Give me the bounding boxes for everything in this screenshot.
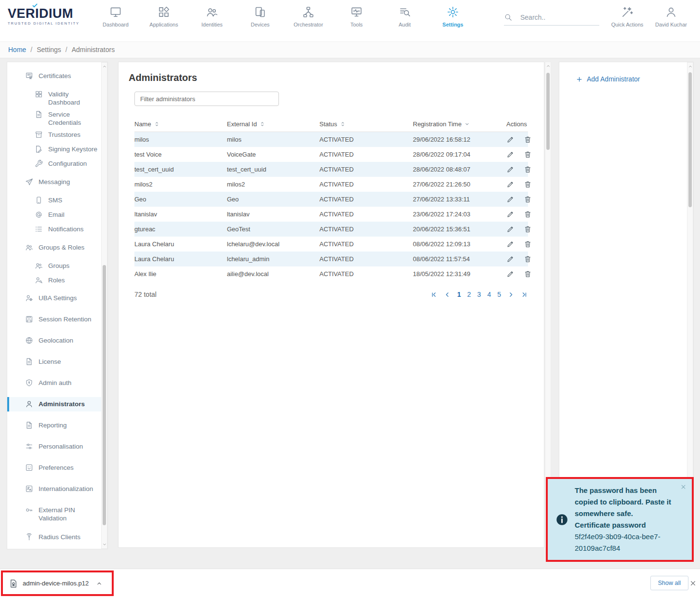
scroll-down-icon[interactable] xyxy=(102,542,107,547)
sidebar-item-reporting[interactable]: Reporting xyxy=(7,418,107,433)
column-header-actions[interactable]: Actions xyxy=(506,120,528,128)
page-1[interactable]: 1 xyxy=(457,291,461,298)
close-icon[interactable] xyxy=(689,580,697,587)
close-icon[interactable] xyxy=(680,484,687,490)
edit-icon[interactable] xyxy=(506,165,515,173)
nav-tools[interactable]: Tools xyxy=(332,6,381,27)
sidebar-item-admin-auth[interactable]: Admin auth xyxy=(7,376,107,390)
page-3[interactable]: 3 xyxy=(477,291,481,298)
nav-settings[interactable]: Settings xyxy=(429,6,477,27)
sidebar-item-external-pin-validation[interactable]: External PIN Validation xyxy=(7,503,107,523)
download-filename: admin-device-milos.p12 xyxy=(23,580,89,587)
sidebar-item-roles[interactable]: Roles xyxy=(7,273,107,288)
delete-icon[interactable] xyxy=(524,195,532,203)
column-header-name[interactable]: Name xyxy=(134,120,227,128)
sidebar-item-personalisation[interactable]: Personalisation xyxy=(7,439,107,454)
sidebar-item-session-retention[interactable]: Session Retention xyxy=(7,312,107,327)
sidebar-item-uba-settings[interactable]: UBA Settings xyxy=(7,291,107,305)
first-page-icon[interactable] xyxy=(430,291,437,298)
cell-registration-time: 28/06/2022 08:48:07 xyxy=(413,166,506,173)
delete-icon[interactable] xyxy=(524,135,532,144)
edit-icon[interactable] xyxy=(506,255,515,263)
devices-icon xyxy=(254,6,266,18)
scrollbar-thumb[interactable] xyxy=(103,265,106,525)
detail-panel-scrollbar[interactable] xyxy=(687,62,693,547)
sort-both-icon xyxy=(340,121,346,127)
edit-icon[interactable] xyxy=(506,180,515,188)
sidebar-item-license[interactable]: License xyxy=(7,355,107,369)
download-item[interactable]: admin-device-milos.p12 xyxy=(3,579,112,588)
sidebar-item-messaging[interactable]: Messaging xyxy=(7,175,107,189)
sidebar-scrollbar[interactable] xyxy=(101,62,107,549)
scrollbar-thumb[interactable] xyxy=(546,73,550,150)
page-2[interactable]: 2 xyxy=(467,291,471,298)
sidebar-item-internationalization[interactable]: Internationalization xyxy=(7,482,107,496)
nav-orchestrator[interactable]: Orchestrator xyxy=(284,6,332,27)
breadcrumb-settings[interactable]: Settings xyxy=(26,46,61,53)
sidebar-item-groups[interactable]: Groups xyxy=(7,259,107,273)
breadcrumb-home[interactable]: Home xyxy=(8,46,26,53)
scrollbar-thumb[interactable] xyxy=(688,72,692,207)
sidebar-item-sms[interactable]: SMS xyxy=(7,193,107,208)
filter-administrators-input[interactable] xyxy=(134,92,279,106)
cell-actions xyxy=(506,150,532,159)
delete-icon[interactable] xyxy=(524,270,532,278)
sidebar-item-configuration[interactable]: Configuration xyxy=(7,157,107,171)
edit-icon[interactable] xyxy=(506,210,515,218)
cell-actions xyxy=(506,210,532,218)
next-page-icon[interactable] xyxy=(507,291,515,298)
sidebar-item-radius-clients[interactable]: Radius Clients xyxy=(7,530,107,544)
delete-icon[interactable] xyxy=(524,180,532,188)
edit-icon[interactable] xyxy=(506,135,515,144)
edit-icon[interactable] xyxy=(506,240,515,248)
nav-devices[interactable]: Devices xyxy=(236,6,284,27)
sidebar-item-notifications[interactable]: Notifications xyxy=(7,222,107,237)
edit-icon[interactable] xyxy=(506,150,515,159)
search-input[interactable] xyxy=(520,13,593,21)
sidebar-item-geolocation[interactable]: Geolocation xyxy=(7,333,107,348)
groups-icon xyxy=(35,262,43,270)
edit-icon[interactable] xyxy=(506,195,515,203)
delete-icon[interactable] xyxy=(524,210,532,218)
sidebar-item-service-credentials[interactable]: Service Credentials xyxy=(7,107,107,128)
content-scrollbar[interactable] xyxy=(545,62,551,548)
sidebar-item-validity-dashboard[interactable]: Validity Dashboard xyxy=(7,87,107,107)
sidebar-item-email[interactable]: Email xyxy=(7,208,107,222)
administrators-panel: Administrators Name External Id Status R… xyxy=(118,62,544,548)
last-page-icon[interactable] xyxy=(521,291,528,298)
scroll-up-icon[interactable] xyxy=(546,64,551,68)
show-all-button[interactable]: Show all xyxy=(650,576,688,590)
sidebar-item-groups-roles[interactable]: Groups & Roles xyxy=(7,240,107,255)
nav-identities[interactable]: Identities xyxy=(188,6,236,27)
sidebar-item-preferences[interactable]: Preferences xyxy=(7,461,107,475)
sidebar-item-truststores[interactable]: Truststores xyxy=(7,128,107,142)
delete-icon[interactable] xyxy=(524,165,532,173)
delete-icon[interactable] xyxy=(524,225,532,233)
sort-both-icon xyxy=(259,121,265,127)
page-4[interactable]: 4 xyxy=(487,291,491,298)
nav-dashboard[interactable]: Dashboard xyxy=(92,6,140,27)
edit-icon[interactable] xyxy=(506,225,515,233)
page-5[interactable]: 5 xyxy=(497,291,501,298)
sidebar-item-administrators[interactable]: Administrators xyxy=(7,397,107,411)
column-header-external-id[interactable]: External Id xyxy=(227,120,319,128)
chevron-up-icon[interactable] xyxy=(96,580,103,587)
delete-icon[interactable] xyxy=(524,150,532,159)
previous-page-icon[interactable] xyxy=(444,291,451,298)
scroll-up-icon[interactable] xyxy=(102,64,107,69)
sidebar-item-signing-keystore[interactable]: Signing Keystore xyxy=(7,142,107,157)
sidebar-item-certificates[interactable]: Certificates xyxy=(7,69,107,83)
delete-icon[interactable] xyxy=(524,255,532,263)
column-header-status[interactable]: Status xyxy=(319,120,413,128)
edit-icon[interactable] xyxy=(506,270,515,278)
user-menu[interactable]: David Kuchar xyxy=(648,6,694,27)
add-administrator-button[interactable]: Add Administrator xyxy=(576,75,640,83)
nav-applications[interactable]: Applications xyxy=(140,6,188,27)
column-header-registration-time[interactable]: Registration Time xyxy=(413,120,506,128)
quick-actions-button[interactable]: Quick Actions xyxy=(606,6,648,27)
delete-icon[interactable] xyxy=(524,240,532,248)
veridium-logo[interactable]: VERIDIUM TRUSTED DIGITAL IDENTITY xyxy=(8,6,79,26)
scroll-up-icon[interactable] xyxy=(688,64,693,69)
reporting-icon xyxy=(25,421,33,429)
nav-audit[interactable]: Audit xyxy=(381,6,429,27)
